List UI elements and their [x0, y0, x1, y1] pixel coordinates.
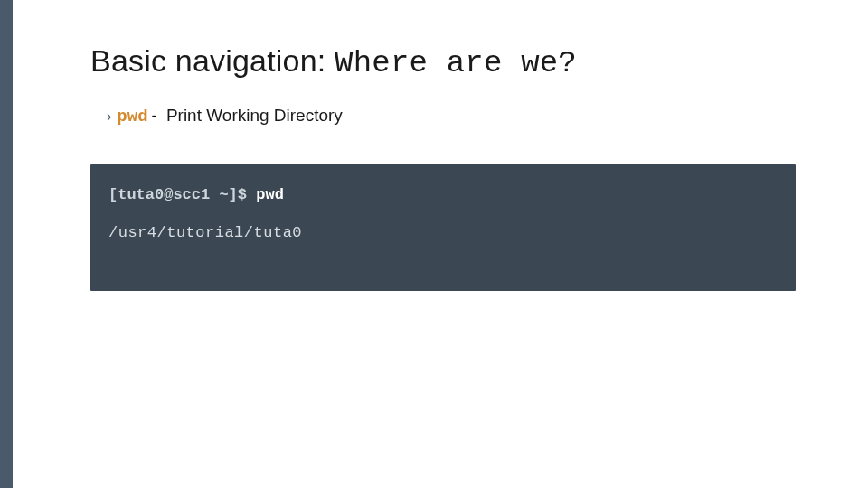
bullet-line: › pwd - Print Working Directory — [107, 106, 805, 127]
terminal-block: [tuta0@scc1 ~]$ pwd /usr4/tutorial/tuta0 — [90, 164, 796, 291]
bullet-separator: - — [152, 106, 157, 126]
terminal-line-1: [tuta0@scc1 ~]$ pwd — [108, 184, 778, 206]
terminal-output: /usr4/tutorial/tuta0 — [108, 222, 778, 244]
title-plain: Basic navigation: — [90, 43, 335, 78]
bullet-command: pwd — [117, 107, 147, 127]
slide-content: Basic navigation: Where are we? › pwd - … — [0, 0, 868, 488]
title-mono: Where are we? — [335, 46, 577, 80]
bullet-description: Print Working Directory — [166, 106, 343, 126]
terminal-prompt: [tuta0@scc1 ~]$ — [108, 186, 256, 203]
bullet-glyph: › — [107, 108, 111, 125]
terminal-typed-command: pwd — [256, 186, 284, 203]
slide-title: Basic navigation: Where are we? — [90, 43, 805, 80]
